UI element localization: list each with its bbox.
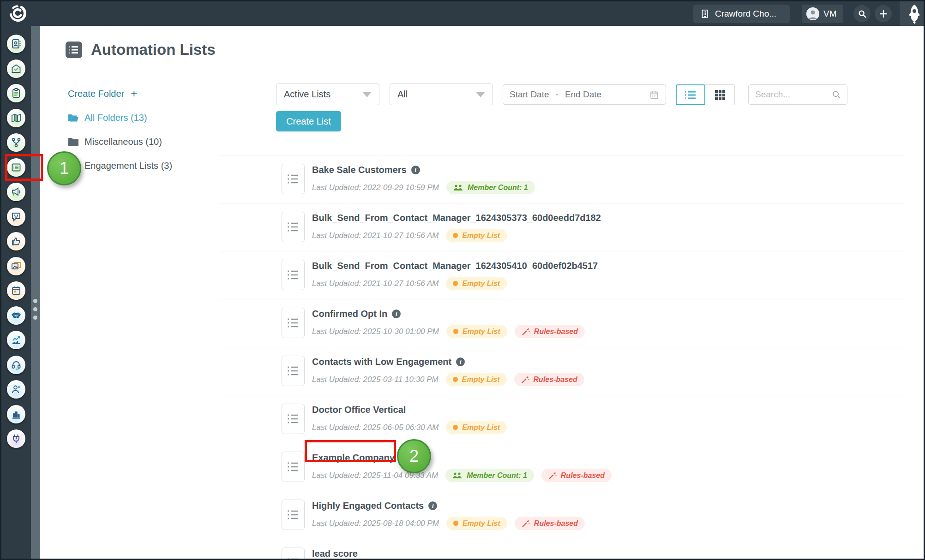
create-list-button[interactable]: Create List	[276, 111, 341, 131]
drag-handle-icon[interactable]	[33, 299, 37, 320]
dot-icon	[453, 377, 458, 382]
list-item[interactable]: Bulk_Send_From_Contact_Manager_162430541…	[220, 251, 904, 299]
list-item-icon	[282, 548, 305, 559]
last-updated: Last Updated: 2021-10-27 10:56 AM	[312, 231, 438, 240]
list-item-title[interactable]: Bulk_Send_From_Contact_Manager_162430537…	[312, 213, 601, 223]
view-toggle	[676, 84, 735, 105]
chat-smiley-icon	[11, 211, 22, 222]
list-item-title[interactable]: lead score	[312, 548, 358, 559]
sidebar-item-support[interactable]	[7, 356, 25, 374]
list-item-title[interactable]: Bulk_Send_From_Contact_Manager_162430541…	[312, 261, 598, 271]
handshake-icon	[11, 310, 22, 321]
list-view-icon	[685, 90, 697, 100]
badge-label: Rules-based	[561, 471, 605, 480]
list-item[interactable]: lead score	[220, 539, 904, 559]
sidebar-item-campaigns[interactable]	[7, 183, 25, 201]
info-icon[interactable]	[411, 166, 420, 174]
list-item-title[interactable]: Bake Sale Customers	[312, 165, 407, 175]
list-type-dropdown[interactable]: Active Lists	[276, 83, 379, 105]
sidebar-item-reports[interactable]	[7, 331, 25, 349]
date-separator: -	[556, 89, 559, 100]
list-item-title[interactable]: Confirmed Opt In	[312, 309, 387, 319]
badge-label: Empty List	[462, 519, 500, 528]
account-switcher-button[interactable]: Crawford Cho...	[693, 5, 790, 23]
rules-based-badge: Rules-based	[515, 517, 585, 530]
step-number: 1	[60, 159, 69, 178]
sidebar-item-landing-pages[interactable]	[7, 109, 25, 127]
list-item[interactable]: Doctor Office Vertical Last Updated: 202…	[220, 395, 904, 443]
grid-view-button[interactable]	[705, 84, 735, 105]
sidebar-item-integrations[interactable]	[7, 429, 25, 448]
list-item[interactable]: Confirmed Opt In Last Updated: 2025-10-3…	[220, 299, 904, 347]
search-icon	[831, 89, 841, 100]
wand-icon	[522, 328, 530, 336]
media-icon	[11, 261, 22, 272]
search-input[interactable]	[754, 89, 828, 100]
sidebar-item-social[interactable]	[7, 232, 25, 250]
calendar-icon	[11, 285, 22, 296]
empty-list-badge: Empty List	[446, 421, 507, 434]
list-item-title[interactable]: Doctor Office Vertical	[312, 405, 406, 415]
create-folder-label: Create Folder	[68, 89, 124, 99]
start-date-field[interactable]: Start Date	[510, 89, 549, 100]
dot-icon	[453, 329, 458, 334]
add-button[interactable]	[875, 5, 892, 22]
list-item-icon	[282, 404, 305, 434]
map-icon	[11, 113, 22, 124]
sidebar-item-media[interactable]	[7, 257, 25, 275]
account-switcher-label: Crawford Cho...	[715, 9, 776, 19]
sidebar-item-deals[interactable]	[7, 306, 25, 325]
list-view-button[interactable]	[676, 84, 705, 105]
sidebar-item-automations[interactable]	[7, 133, 25, 152]
list-item[interactable]: Bake Sale Customers Last Updated: 2022-0…	[220, 155, 904, 203]
bar-chart-icon	[11, 409, 22, 420]
date-range-picker[interactable]: Start Date - End Date	[503, 84, 666, 105]
info-icon[interactable]	[456, 357, 465, 366]
list-type-value: Active Lists	[284, 89, 330, 100]
whats-new-button[interactable]	[900, 1, 924, 26]
sidebar-item-calendar[interactable]	[7, 281, 25, 300]
folder-item-miscellaneous[interactable]: Miscellaneous (10)	[68, 137, 162, 147]
open-folder-icon	[68, 113, 79, 123]
create-folder-button[interactable]: Create Folder +	[68, 88, 137, 99]
info-icon[interactable]	[392, 310, 401, 318]
avatar-icon	[806, 7, 819, 20]
sidebar-item-email[interactable]	[7, 60, 25, 78]
list-item[interactable]: Bulk_Send_From_Contact_Manager_162430537…	[220, 203, 904, 251]
badge-label: Empty List	[462, 423, 500, 432]
sidebar-item-leads[interactable]	[7, 380, 25, 399]
top-bar: Crawford Cho... VM	[1, 1, 924, 26]
sidebar-item-analytics[interactable]	[7, 405, 25, 423]
sidebar-nav	[1, 26, 31, 559]
dot-icon	[453, 425, 458, 430]
end-date-field[interactable]: End Date	[565, 89, 601, 100]
badge-label: Rules-based	[534, 519, 578, 528]
list-item[interactable]: Highly Engaged Contacts Last Updated: 20…	[220, 491, 904, 539]
dot-icon	[453, 233, 458, 238]
plug-icon	[11, 433, 22, 444]
user-menu-button[interactable]: VM	[802, 5, 843, 23]
info-icon[interactable]	[428, 501, 437, 510]
folder-item-engagement-lists[interactable]: Engagement Lists (3)	[68, 161, 172, 171]
category-value: All	[397, 89, 408, 100]
group-icon	[453, 184, 463, 191]
annotation-highlight-sidebar-lists	[5, 154, 43, 181]
sidebar-item-forms[interactable]	[7, 84, 25, 102]
list-item[interactable]: Contacts with Low Engagement Last Update…	[220, 347, 904, 395]
list-item-icon	[282, 212, 305, 242]
rules-based-badge: Rules-based	[515, 325, 585, 338]
folder-item-all-folders[interactable]: All Folders (13)	[68, 113, 147, 123]
dot-icon	[453, 521, 458, 526]
plus-icon: +	[131, 88, 137, 99]
category-dropdown[interactable]: All	[390, 83, 493, 105]
sidebar-item-conversations[interactable]	[7, 208, 25, 226]
sidebar-item-contacts[interactable]	[7, 35, 25, 53]
brand-logo-icon[interactable]	[9, 4, 27, 23]
automation-lists: Bake Sale Customers Last Updated: 2022-0…	[220, 155, 904, 559]
search-button[interactable]	[853, 5, 871, 22]
envelope-check-icon	[11, 63, 22, 74]
list-item-icon	[282, 500, 305, 530]
screenshot-frame: Crawford Cho... VM	[0, 0, 925, 560]
list-item-title[interactable]: Contacts with Low Engagement	[312, 357, 451, 367]
list-item-title[interactable]: Highly Engaged Contacts	[312, 500, 424, 511]
